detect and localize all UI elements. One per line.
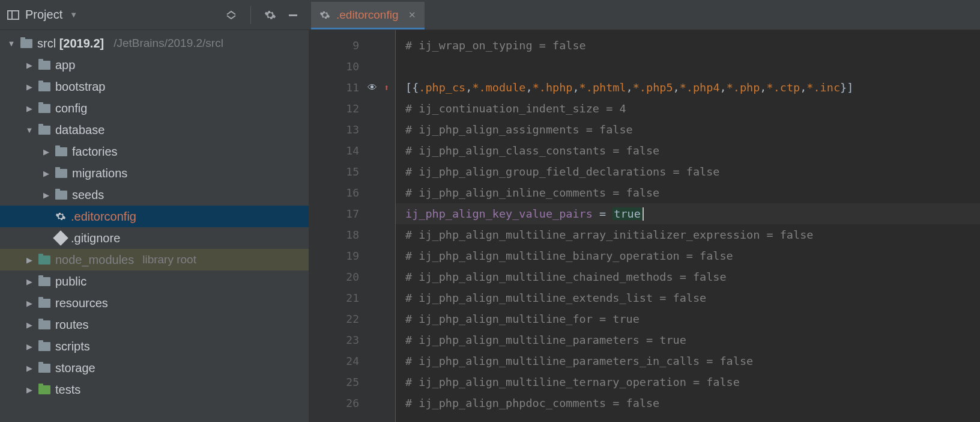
tree-item-label: database [55,123,104,137]
chevron-right-icon[interactable]: ▶ [25,277,34,286]
gutter-line[interactable]: 17 [309,203,395,224]
override-up-icon[interactable]: ⬆ [384,82,389,93]
code-line[interactable]: # ij_php_align_multiline_array_initializ… [396,224,980,245]
code-line[interactable]: # ij_php_align_multiline_parameters_in_c… [396,350,980,372]
code-line[interactable]: [{.php_cs,*.module,*.hphp,*.phtml,*.php5… [396,77,980,98]
folder-icon [38,342,50,351]
chevron-down-icon[interactable]: ▼ [70,10,77,19]
gutter-line[interactable]: 12 [309,98,395,119]
gutter-line[interactable]: 10 [309,56,395,77]
code-line[interactable]: # ij_php_align_multiline_extends_list = … [396,287,980,308]
gutter-line[interactable]: 25 [309,372,395,393]
chevron-right-icon[interactable]: ▶ [25,299,34,308]
tree-item-public[interactable]: ▶public [0,271,309,292]
gutter-line[interactable]: 11👁⬆ [309,77,395,98]
gutter-line[interactable]: 15 [309,161,395,182]
gutter-line[interactable]: 19 [309,245,395,266]
gutter-line[interactable]: 13 [309,119,395,140]
chevron-right-icon[interactable]: ▶ [25,364,34,373]
tree-item-label: scripts [55,340,90,353]
code-line[interactable]: # ij_php_align_assignments = false [396,119,980,140]
tree-item-label: migrations [72,167,127,180]
project-view-icon[interactable] [7,10,19,20]
tree-item--gitignore[interactable]: ▶.gitignore [0,227,309,249]
editor-tab[interactable]: .editorconfig ✕ [311,2,425,29]
gutter-line[interactable]: 26 [309,393,395,414]
code-line[interactable]: # ij_php_align_group_field_declarations … [396,161,980,182]
tree-item-seeds[interactable]: ▶seeds [0,184,309,206]
folder-icon [55,169,67,178]
gutter-line[interactable]: 22 [309,308,395,329]
minimize-button[interactable] [285,7,301,23]
view-selector[interactable]: Project [25,8,62,22]
tree-item-bootstrap[interactable]: ▶bootstrap [0,76,309,97]
chevron-right-icon[interactable]: ▶ [25,255,34,265]
code-line[interactable]: # ij_php_align_multiline_parameters = tr… [396,329,980,350]
tree-item-factories[interactable]: ▶factories [0,141,309,162]
gutter-line[interactable]: 18 [309,224,395,245]
chevron-down-icon[interactable]: ▼ [7,39,16,48]
folder-icon [38,364,50,373]
chevron-right-icon[interactable]: ▶ [25,82,34,91]
close-icon[interactable]: ✕ [408,10,416,20]
gutter-line[interactable]: 20 [309,266,395,287]
code-line[interactable]: ij_php_align_key_value_pairs = true [396,203,980,224]
editor-tabbar: .editorconfig ✕ [309,0,980,30]
code-line[interactable]: # ij_continuation_indent_size = 4 [396,98,980,119]
tree-item-label: app [55,58,75,72]
project-tree[interactable]: ▼ srcl [2019.2] /JetBrains/2019.2/srcl ▶… [0,30,309,422]
gutter-line[interactable]: 16 [309,182,395,203]
library-tag: library root [142,253,196,266]
settings-button[interactable] [262,7,279,23]
gutter-line[interactable]: 9 [309,35,395,56]
gutter-line[interactable]: 21 [309,287,395,308]
code-line[interactable] [396,56,980,77]
editor-gutter[interactable]: 91011👁⬆121314151617181920212223242526 [309,30,395,422]
code-line[interactable]: # ij_php_align_multiline_chained_methods… [396,266,980,287]
tree-item-label: routes [55,318,89,332]
chevron-down-icon[interactable]: ▼ [25,126,34,135]
scroll-from-source-button[interactable] [223,7,240,23]
tree-item-tests[interactable]: ▶tests [0,379,309,400]
folder-icon [55,191,67,200]
gutter-line[interactable]: 23 [309,329,395,350]
tree-item-app[interactable]: ▶app [0,54,309,76]
editor-content[interactable]: # ij_wrap_on_typing = false [{.php_cs,*.… [395,30,980,422]
tree-item-config[interactable]: ▶config [0,97,309,119]
chevron-right-icon[interactable]: ▶ [25,385,34,394]
chevron-right-icon[interactable]: ▶ [42,191,50,200]
code-line[interactable]: # ij_php_align_inline_comments = false [396,182,980,203]
tree-item--editorconfig[interactable]: ▶.editorconfig [0,206,309,227]
code-line[interactable]: # ij_php_align_multiline_for = true [396,308,980,329]
chevron-right-icon[interactable]: ▶ [25,61,34,70]
tree-item-label: tests [55,383,80,397]
folder-icon [38,320,50,329]
tree-root[interactable]: ▼ srcl [2019.2] /JetBrains/2019.2/srcl [0,32,309,54]
folder-icon [38,126,50,135]
tree-item-label: public [55,275,86,289]
tree-item-resources[interactable]: ▶resources [0,292,309,314]
code-line[interactable]: # ij_php_align_multiline_ternary_operati… [396,372,980,393]
chevron-right-icon[interactable]: ▶ [25,320,34,329]
chevron-right-icon[interactable]: ▶ [42,169,50,178]
chevron-right-icon[interactable]: ▶ [42,147,50,156]
preview-icon[interactable]: 👁 [368,82,377,93]
tree-item-routes[interactable]: ▶routes [0,314,309,335]
code-line[interactable]: # ij_php_align_class_constants = false [396,140,980,161]
code-line[interactable]: # ij_wrap_on_typing = false [396,35,980,56]
tree-item-label: factories [72,145,118,159]
code-line[interactable]: # ij_php_align_phpdoc_comments = false [396,393,980,414]
chevron-right-icon[interactable]: ▶ [25,104,34,113]
tree-item-database[interactable]: ▼database [0,119,309,141]
project-sidebar: Project ▼ ▼ srcl [2019.2] /JetBrains/201… [0,0,309,422]
gutter-line[interactable]: 14 [309,140,395,161]
code-line[interactable]: # ij_php_align_multiline_binary_operatio… [396,245,980,266]
tree-item-migrations[interactable]: ▶migrations [0,162,309,184]
folder-icon [20,39,32,48]
gutter-line[interactable]: 24 [309,350,395,372]
tree-item-label: node_modules [55,253,134,267]
tree-item-node_modules[interactable]: ▶node_moduleslibrary root [0,249,309,271]
tree-item-scripts[interactable]: ▶scripts [0,335,309,357]
chevron-right-icon[interactable]: ▶ [25,342,34,351]
tree-item-storage[interactable]: ▶storage [0,357,309,379]
